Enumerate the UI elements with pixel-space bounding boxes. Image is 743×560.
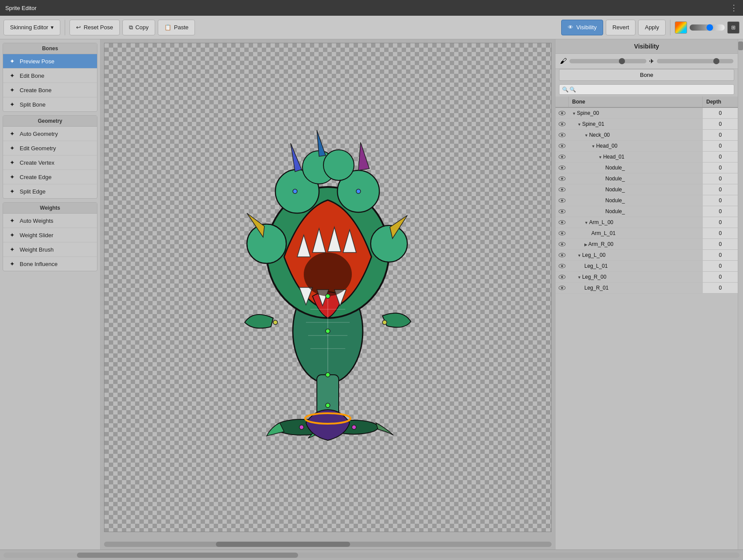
bone-depth-2: 0 [703,130,738,140]
weights-header: Weights [3,203,97,214]
bottom-scroll-track [3,553,740,558]
table-row: Spine_00 0 [556,108,738,119]
table-row: Head_00 0 [556,141,738,152]
eye-toggle-4[interactable] [556,152,569,161]
eye-toggle-7[interactable] [556,185,569,194]
bone-table: Bone Depth Spine_00 0 Spine_01 0 [556,97,738,550]
expand-icon-13[interactable] [577,252,582,258]
sidebar-item-weight-slider[interactable]: ✦ Weight Slider [3,228,97,242]
chevron-down-icon: ▾ [51,24,54,31]
sidebar-item-split-bone[interactable]: ✦ Split Bone [3,97,97,111]
canvas-viewport [104,43,552,532]
sidebar-item-bone-influence[interactable]: ✦ Bone Influence [3,257,97,271]
sidebar-item-preview-pose[interactable]: ✦ Preview Pose [3,54,97,69]
bone-type-button[interactable]: Bone [559,69,734,81]
table-row: Leg_R_01 0 [556,283,738,294]
eye-toggle-3[interactable] [556,142,569,150]
eye-icon-0 [559,111,566,115]
geometry-header: Geometry [3,116,97,127]
tri-right-icon[interactable]: ▶ [584,242,587,247]
expand-icon-2[interactable] [584,132,589,138]
sidebar-item-create-edge[interactable]: ✦ Create Edge [3,170,97,184]
table-row: Arm_L_00 0 [556,217,738,228]
eye-toggle-9[interactable] [556,207,569,216]
eye-toggle-16[interactable] [556,283,569,292]
bone-depth-5: 0 [703,162,738,173]
search-input[interactable] [569,86,731,93]
bone-depth-14: 0 [703,261,738,271]
arrow-icon: ✈ [649,58,654,65]
bone-depth-3: 0 [703,141,738,151]
eye-icon-9 [559,209,566,214]
eye-toggle-6[interactable] [556,174,569,183]
canvas-scroll-thumb [216,542,350,547]
expand-icon-15[interactable] [577,274,582,280]
eye-toggle-1[interactable] [556,120,569,128]
eye-toggle-12[interactable] [556,240,569,249]
opacity-slider[interactable] [569,59,646,63]
eye-toggle-11[interactable] [556,229,569,238]
eye-toggle-14[interactable] [556,262,569,270]
sidebar-item-edit-geometry[interactable]: ✦ Edit Geometry [3,141,97,156]
eye-icon-14 [559,264,566,268]
sidebar-item-edit-bone[interactable]: ✦ Edit Bone [3,69,97,83]
copy-button[interactable]: ⧉ Copy [122,20,155,35]
bone-name-5: Nodule_ [569,162,703,173]
table-row: Arm_L_01 0 [556,228,738,239]
sidebar-item-auto-weights[interactable]: ✦ Auto Weights [3,214,97,228]
canvas-area[interactable] [101,39,555,550]
table-row: Spine_01 0 [556,119,738,130]
bone-depth-12: 0 [703,239,738,249]
secondary-slider[interactable] [657,59,734,63]
sidebar-item-weight-brush[interactable]: ✦ Weight Brush [3,242,97,257]
bone-name-11: Arm_L_01 [569,228,703,239]
reset-pose-button[interactable]: ↩ Reset Pose [69,20,119,35]
expand-icon-0[interactable] [572,110,577,116]
eye-toggle-10[interactable] [556,218,569,227]
color-swatch[interactable] [675,21,687,34]
svg-point-9 [323,150,354,180]
visibility-button[interactable]: 👁 Visibility [561,20,603,35]
edit-geometry-icon: ✦ [8,144,16,152]
revert-button[interactable]: Revert [606,20,635,35]
expand-icon-4[interactable] [598,154,603,160]
eye-toggle-15[interactable] [556,273,569,281]
bone-name-3: Head_00 [569,141,703,151]
expand-icon-1[interactable] [577,121,582,127]
eye-toggle-8[interactable] [556,196,569,205]
svg-point-20 [326,403,330,408]
search-bar: 🔍 [559,84,734,95]
title-menu-icon[interactable]: ⋮ [730,3,738,13]
weights-panel: Weights ✦ Auto Weights ✦ Weight Slider ✦… [3,202,97,271]
bone-depth-7: 0 [703,184,738,195]
right-panel-scrollbar[interactable] [738,39,743,550]
eye-toggle-13[interactable] [556,251,569,259]
expand-icon-3[interactable] [591,143,596,149]
sidebar-item-create-bone[interactable]: ✦ Create Bone [3,83,97,97]
apply-button[interactable]: Apply [638,20,666,35]
eye-icon-1 [559,122,566,126]
create-bone-icon: ✦ [8,86,16,94]
bone-depth-13: 0 [703,250,738,260]
bone-col-header: Bone [569,97,703,107]
bone-influence-icon: ✦ [8,260,16,268]
expand-icon-10[interactable] [584,219,589,225]
eye-toggle-0[interactable] [556,109,569,118]
bottom-scroll-thumb [77,553,298,558]
sidebar-item-auto-geometry[interactable]: ✦ Auto Geometry [3,127,97,141]
eye-toggle-5[interactable] [556,163,569,172]
bone-name-10: Arm_L_00 [569,217,703,228]
sidebar-item-create-vertex[interactable]: ✦ Create Vertex [3,156,97,170]
eye-icon-4 [559,155,566,159]
toolbar: Skinning Editor ▾ ↩ Reset Pose ⧉ Copy 📋 … [0,16,743,39]
skinning-editor-dropdown[interactable]: Skinning Editor ▾ [3,20,60,35]
canvas-scroll-bottom[interactable] [101,539,555,550]
grid-icon[interactable]: ⊞ [727,21,740,34]
preview-pose-icon: ✦ [8,57,16,65]
sidebar-item-split-edge[interactable]: ✦ Split Edge [3,184,97,198]
bottom-scroll-area[interactable] [0,550,743,560]
auto-geometry-icon: ✦ [8,130,16,138]
eye-toggle-2[interactable] [556,131,569,139]
toolbar-slider[interactable] [690,24,725,31]
paste-button[interactable]: 📋 Paste [158,20,195,35]
